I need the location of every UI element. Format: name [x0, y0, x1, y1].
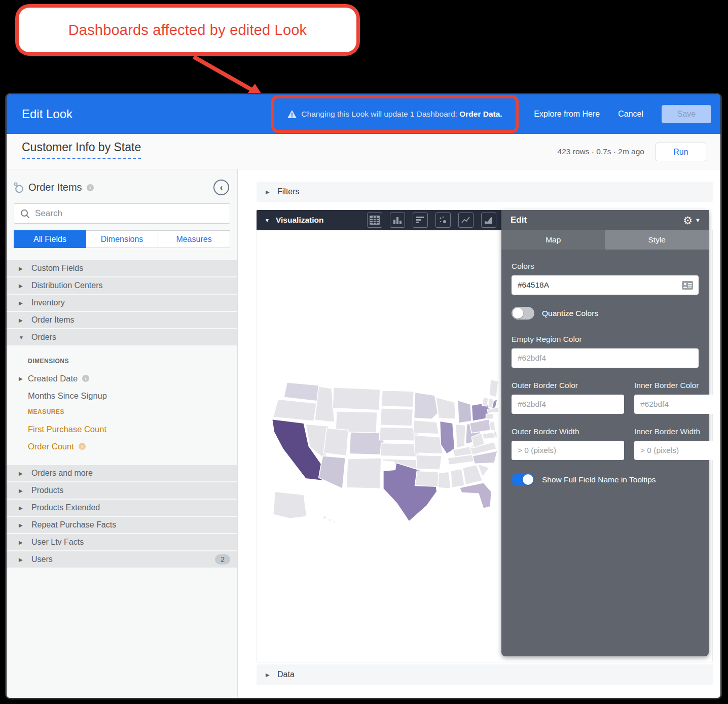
chevron-right-icon: ▶ — [266, 189, 271, 195]
show-full-field-name-label: Show Full Field Name in Tooltips — [542, 475, 656, 484]
tab-style[interactable]: Style — [605, 230, 709, 250]
explore-info-icon[interactable]: i — [87, 184, 94, 191]
outer-border-color-input[interactable] — [518, 400, 619, 409]
explore-header: Order Items i ‹ — [7, 169, 237, 195]
field-groups: ▶ Custom Fields ▶ Distribution Centers ▶… — [7, 260, 237, 568]
colors-field — [512, 275, 699, 295]
edit-panel-title: Edit — [511, 215, 527, 225]
line-chart-icon[interactable] — [458, 213, 474, 228]
field-months-since-signup[interactable]: Months Since Signup — [7, 387, 237, 404]
field-created-date[interactable]: ▶ Created Date i — [7, 370, 237, 387]
inner-border-color-field — [634, 395, 722, 414]
group-distribution-centers[interactable]: ▶ Distribution Centers — [7, 277, 237, 294]
callout-text: Dashboards affected by edited Look — [68, 22, 307, 39]
chevron-right-icon: ▶ — [19, 488, 24, 494]
cancel-button[interactable]: Cancel — [618, 110, 643, 119]
viz-settings-menu[interactable]: ⚙ ▼ — [683, 215, 701, 226]
dimensions-heading: DIMENSIONS — [7, 358, 237, 365]
chevron-right-icon: ▶ — [19, 540, 24, 545]
edit-panel: Edit ⚙ ▼ Map Style Colors — [501, 210, 709, 656]
area-chart-icon[interactable] — [481, 213, 496, 228]
explore-from-here-button[interactable]: Explore from Here — [534, 110, 600, 119]
orders-group-body: DIMENSIONS ▶ Created Date i Months Since… — [7, 346, 237, 465]
field-first-purchase-count[interactable]: First Purchase Count — [7, 420, 237, 438]
inner-border-width-label: Inner Border Width — [634, 427, 722, 436]
scatter-chart-icon[interactable] — [435, 213, 451, 228]
quantize-colors-label: Quantize Colors — [542, 309, 598, 318]
quantize-colors-row: Quantize Colors — [512, 307, 699, 320]
tooltips-row: Show Full Field Name in Tooltips — [512, 473, 699, 486]
chevron-right-icon: ▶ — [19, 557, 24, 562]
chevron-right-icon: ▶ — [19, 505, 24, 511]
chevron-right-icon: ▶ — [19, 522, 24, 528]
group-orders-and-more[interactable]: ▶ Orders and more — [7, 465, 237, 481]
visualization-section-header[interactable]: ▼ Visualization — [257, 210, 501, 230]
empty-region-color-field — [512, 348, 699, 368]
chevron-right-icon: ▶ — [266, 672, 271, 678]
field-order-count[interactable]: Order Count i — [7, 438, 237, 455]
app-header: Edit Look Changing this Look will update… — [7, 94, 720, 134]
page-title: Edit Look — [22, 94, 72, 134]
info-icon[interactable]: i — [79, 443, 86, 450]
field-search[interactable] — [14, 203, 230, 224]
group-orders[interactable]: ▼ Orders — [7, 329, 237, 345]
column-chart-icon[interactable] — [390, 213, 405, 228]
edit-panel-tabs: Map Style — [501, 230, 709, 250]
chevron-down-icon: ▼ — [19, 335, 24, 340]
group-order-items[interactable]: ▶ Order Items — [7, 312, 237, 328]
search-input[interactable] — [35, 208, 224, 219]
warning-message: Changing this Look will update 1 Dashboa… — [301, 110, 502, 119]
outer-border-width-input[interactable] — [518, 446, 619, 455]
colors-input[interactable] — [518, 280, 681, 290]
us-choropleth-map[interactable] — [261, 374, 499, 529]
show-full-field-name-toggle[interactable] — [512, 473, 534, 486]
chevron-right-icon: ▶ — [19, 471, 24, 476]
tab-measures[interactable]: Measures — [158, 230, 230, 248]
group-users[interactable]: ▶ Users 2 — [7, 551, 237, 568]
chart-type-picker — [367, 213, 496, 228]
chevron-down-icon: ▼ — [695, 217, 701, 223]
tab-all-fields[interactable]: All Fields — [14, 230, 86, 248]
info-icon[interactable]: i — [82, 375, 89, 382]
app-window: Edit Look Changing this Look will update… — [5, 93, 722, 699]
explore-title: Order Items — [28, 182, 82, 193]
chevron-right-icon: ▶ — [19, 300, 24, 306]
group-products[interactable]: ▶ Products — [7, 482, 237, 499]
group-repeat-purchase-facts[interactable]: ▶ Repeat Purchase Facts — [7, 517, 237, 533]
field-picker-sidebar: Order Items i ‹ All Fields Dimensions Me… — [7, 169, 238, 698]
warning-highlight-box: Changing this Look will update 1 Dashboa… — [271, 95, 519, 133]
edit-panel-header: Edit ⚙ ▼ — [501, 210, 709, 230]
warning-dashboard-name: Order Data. — [459, 110, 502, 118]
inner-border-width-input[interactable] — [640, 446, 722, 455]
inner-border-color-input[interactable] — [640, 400, 722, 409]
group-inventory[interactable]: ▶ Inventory — [7, 295, 237, 311]
tab-dimensions[interactable]: Dimensions — [86, 230, 158, 248]
tab-map[interactable]: Map — [501, 230, 605, 250]
explore-icon — [14, 182, 24, 193]
bar-chart-icon[interactable] — [413, 213, 428, 228]
edit-panel-content: Colors Quantize Colors — [501, 250, 709, 486]
empty-region-color-input[interactable] — [518, 354, 694, 363]
color-palette-picker-icon[interactable] — [681, 280, 694, 290]
collapse-sidebar-button[interactable]: ‹ — [213, 180, 229, 195]
group-custom-fields[interactable]: ▶ Custom Fields — [7, 260, 237, 276]
header-actions: Explore from Here Cancel Save — [534, 94, 711, 134]
table-icon[interactable] — [367, 213, 382, 228]
warning-icon — [287, 110, 297, 118]
main-content: ▶ Filters ▼ Visualization — [238, 169, 720, 698]
inner-border-width-field — [634, 441, 722, 460]
run-button[interactable]: Run — [656, 143, 706, 161]
look-title[interactable]: Customer Info by State — [22, 140, 141, 159]
save-button[interactable]: Save — [662, 105, 711, 123]
users-count-badge: 2 — [215, 554, 230, 565]
group-user-ltv-facts[interactable]: ▶ User Ltv Facts — [7, 534, 237, 550]
data-section-header[interactable]: ▶ Data — [257, 664, 713, 685]
quantize-colors-toggle[interactable] — [512, 307, 534, 320]
outer-border-width-label: Outer Border Width — [512, 427, 624, 436]
filters-section-header[interactable]: ▶ Filters — [257, 182, 713, 202]
inner-border-color-label: Inner Border Color — [634, 381, 722, 390]
empty-region-color-label: Empty Region Color — [512, 335, 699, 344]
colors-label: Colors — [512, 262, 699, 271]
callout-dashboards-affected: Dashboards affected by edited Look — [15, 4, 360, 56]
group-products-extended[interactable]: ▶ Products Extended — [7, 500, 237, 516]
